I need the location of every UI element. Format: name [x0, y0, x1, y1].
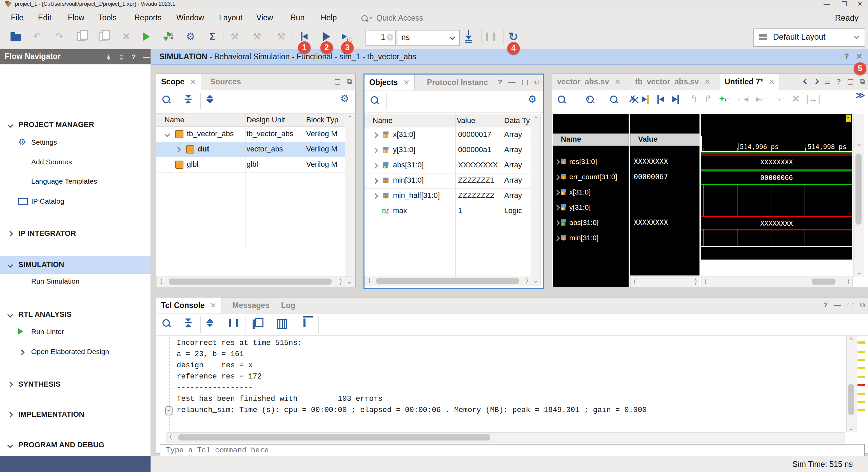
- wave-vertical-scrollbar[interactable]: ⌃ ⌄: [853, 114, 864, 277]
- minimize-icon[interactable]: —: [508, 78, 515, 86]
- menu-flow[interactable]: Flow: [65, 13, 87, 23]
- section-simulation[interactable]: SIMULATION: [0, 256, 151, 274]
- float-icon[interactable]: ⧉: [860, 77, 865, 85]
- section-ip-integrator[interactable]: IP INTEGRATOR: [0, 225, 151, 243]
- sim-time-unit-dropdown[interactable]: ns: [397, 30, 460, 46]
- maximize-icon[interactable]: ▢: [847, 77, 854, 85]
- menu-window[interactable]: Window: [174, 13, 207, 23]
- search-icon[interactable]: [162, 96, 170, 105]
- add-marker-icon[interactable]: +⌐: [719, 94, 730, 104]
- objects-vertical-scrollbar[interactable]: ⌃: [531, 114, 541, 278]
- clear-field-icon[interactable]: ✕: [387, 34, 393, 41]
- chevron-right-icon[interactable]: [554, 190, 560, 196]
- scroll-up-icon[interactable]: ⌃: [533, 116, 539, 122]
- item-settings[interactable]: ⚙ Settings: [0, 134, 151, 152]
- columns-icon[interactable]: [277, 319, 287, 329]
- chevron-right-icon[interactable]: [175, 147, 181, 153]
- settings-gear-icon[interactable]: ⚙: [340, 94, 349, 104]
- objects-table-header[interactable]: Name Value Data Ty: [364, 114, 531, 127]
- collapse-all-icon[interactable]: ⇟: [106, 53, 112, 61]
- scope-vertical-scrollbar[interactable]: ⌃: [345, 113, 355, 277]
- maximize-icon[interactable]: ▢: [847, 301, 854, 309]
- chevron-right-icon[interactable]: [373, 132, 378, 138]
- measure-icon[interactable]: |↔|: [806, 94, 821, 104]
- maximize-icon[interactable]: ▢: [334, 77, 341, 85]
- scroll-left-icon[interactable]: ⟨: [170, 433, 172, 440]
- step-button[interactable]: [461, 28, 476, 45]
- item-run-simulation[interactable]: Run Simulation: [0, 273, 151, 291]
- next-marker-icon[interactable]: ▸⌐: [756, 94, 766, 104]
- section-rtl-analysis[interactable]: RTL ANALYSIS: [0, 306, 151, 324]
- current-error-marker[interactable]: [857, 384, 865, 386]
- scroll-right-icon[interactable]: ⟩: [847, 278, 850, 285]
- sim-run-time-field[interactable]: 1 ✕: [366, 30, 396, 46]
- error-marker[interactable]: [857, 393, 865, 395]
- wave-value-header[interactable]: Value: [630, 134, 699, 146]
- section-program-and-debug[interactable]: PROGRAM AND DEBUG: [0, 436, 151, 454]
- scroll-up-icon[interactable]: ⌃: [856, 143, 862, 150]
- chevron-right-icon[interactable]: [554, 159, 560, 165]
- wave-marker-flag[interactable]: ▸: [846, 115, 851, 122]
- paste-button[interactable]: [96, 28, 111, 45]
- quick-access-input[interactable]: [376, 13, 452, 23]
- close-icon[interactable]: ✕: [403, 78, 409, 87]
- tab-scroll-right-icon[interactable]: [813, 79, 819, 84]
- wave-signal-res[interactable]: res[31:0]: [553, 155, 629, 170]
- zoom-out-icon[interactable]: −: [610, 97, 617, 104]
- tab-log[interactable]: Log: [276, 297, 300, 313]
- menu-layout[interactable]: Layout: [216, 13, 245, 23]
- close-icon[interactable]: ✕: [614, 78, 620, 86]
- float-icon[interactable]: ⧉: [860, 301, 865, 309]
- help-icon[interactable]: ?: [836, 77, 841, 85]
- object-row-max[interactable]: max 1 Logic: [364, 204, 531, 219]
- settings-gear-icon[interactable]: ⚙: [528, 94, 537, 104]
- minimize-icon[interactable]: —: [143, 53, 150, 61]
- tab-objects[interactable]: Objects✕: [364, 75, 415, 90]
- chevron-down-icon[interactable]: [164, 131, 170, 137]
- copy-output-icon[interactable]: [253, 320, 255, 329]
- close-icon[interactable]: ✕: [769, 78, 775, 86]
- collapse-all-icon[interactable]: [185, 319, 192, 327]
- collapse-all-icon[interactable]: [185, 95, 192, 103]
- error-marker[interactable]: [857, 341, 865, 344]
- wave-signal-x[interactable]: I x[31:0]: [553, 185, 629, 200]
- tab-tb-vector-abs-sv[interactable]: tb_vector_abs.sv✕: [630, 74, 715, 90]
- objects-horizontal-scrollbar[interactable]: ⟨ ⟩ ⌄: [364, 276, 541, 286]
- expand-all-icon[interactable]: [206, 319, 213, 327]
- console-fold-handle-icon[interactable]: −: [165, 406, 173, 415]
- item-language-templates[interactable]: Language Templates: [0, 173, 151, 191]
- menu-tools[interactable]: Tools: [96, 13, 119, 23]
- scroll-up-icon[interactable]: ⌃: [347, 115, 353, 122]
- chevron-right-icon[interactable]: [373, 163, 378, 169]
- generate-bitstream-button[interactable]: 0110: [161, 28, 176, 45]
- delete-button[interactable]: ✕: [119, 28, 134, 45]
- help-icon[interactable]: ?: [498, 78, 502, 86]
- scroll-down-icon[interactable]: ⌄: [856, 269, 862, 275]
- item-open-elaborated-design[interactable]: Open Elaborated Design: [0, 344, 151, 361]
- menu-file[interactable]: File: [8, 13, 26, 23]
- pause-button[interactable]: [483, 28, 498, 45]
- menu-run[interactable]: Run: [288, 13, 307, 23]
- maximize-icon[interactable]: ▢: [521, 78, 528, 86]
- error-marker[interactable]: [857, 351, 865, 353]
- scroll-left-icon[interactable]: ⟨: [704, 278, 707, 285]
- help-icon[interactable]: ?: [132, 53, 136, 61]
- tab-messages[interactable]: Messages: [228, 297, 274, 313]
- wave-value-hscrollbar[interactable]: ⟨ ⟩: [630, 276, 700, 287]
- item-run-linter[interactable]: Run Linter: [0, 324, 151, 341]
- object-row-y[interactable]: I y[31:0] 000000a1 Array: [364, 143, 531, 158]
- wave-signal-y[interactable]: I y[31:0]: [553, 200, 629, 216]
- close-icon[interactable]: ✕: [210, 301, 216, 310]
- minimize-icon[interactable]: —: [321, 77, 328, 85]
- zoom-in-icon[interactable]: +: [586, 97, 594, 104]
- close-icon[interactable]: ✕: [190, 78, 196, 86]
- open-project-button[interactable]: [8, 28, 23, 45]
- error-marker[interactable]: [857, 359, 865, 361]
- menu-view[interactable]: View: [254, 13, 276, 23]
- wave-name-header[interactable]: Name: [553, 134, 629, 146]
- layout-selector[interactable]: Default Layout: [753, 28, 865, 47]
- chevron-right-icon[interactable]: [373, 193, 378, 199]
- scroll-left-icon[interactable]: ⟨: [633, 278, 636, 285]
- menu-reports[interactable]: Reports: [132, 13, 164, 23]
- tab-untitled-7[interactable]: Untitled 7*✕: [720, 74, 780, 90]
